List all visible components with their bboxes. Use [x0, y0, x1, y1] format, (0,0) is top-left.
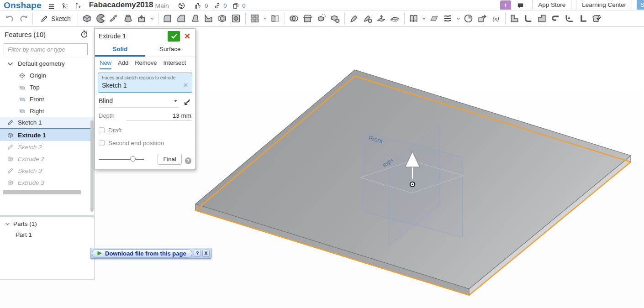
corner-icon[interactable] — [563, 12, 576, 26]
end-type-select[interactable]: Blind — [99, 97, 179, 108]
shell-icon[interactable] — [216, 12, 229, 26]
extract-surface-icon[interactable] — [388, 12, 402, 26]
final-button[interactable]: Final — [158, 154, 181, 165]
hamburger-menu-icon[interactable] — [47, 0, 56, 10]
chat-bubble-icon[interactable] — [516, 0, 525, 10]
download-file-button[interactable]: Download file from this page — [92, 249, 192, 258]
cancel-button[interactable] — [183, 32, 191, 40]
checkbox-unchecked[interactable] — [99, 127, 105, 133]
feature-row-extrude-3[interactable]: Extrude 3 — [0, 177, 94, 188]
chamfer-icon[interactable] — [174, 12, 188, 26]
feature-row-sketch-2[interactable]: Sketch 2 — [0, 141, 94, 153]
link-icon[interactable] — [212, 0, 222, 10]
rib-icon[interactable] — [202, 12, 216, 26]
bend-icon[interactable] — [522, 12, 535, 26]
feature-row-front[interactable]: Front — [0, 93, 94, 105]
hole-icon[interactable] — [229, 12, 243, 26]
extrude-arrow-stem[interactable] — [412, 166, 413, 179]
delete-face-icon[interactable] — [361, 12, 375, 26]
hem-icon[interactable] — [549, 12, 563, 26]
dialog-tab-solid[interactable]: Solid — [95, 43, 145, 57]
caret-icon[interactable] — [421, 12, 428, 26]
move-face-icon[interactable] — [347, 12, 361, 26]
boolean-mode-new[interactable]: New — [100, 59, 111, 69]
split-icon[interactable] — [301, 12, 315, 26]
help-icon[interactable]: ? — [185, 157, 191, 164]
timeline-icon[interactable] — [462, 12, 475, 26]
feature-row-origin[interactable]: Origin — [0, 69, 94, 81]
rollback-bar[interactable] — [3, 190, 81, 194]
transform-copy-icon[interactable] — [315, 12, 328, 26]
parts-section-header[interactable]: Parts (1) — [5, 220, 37, 227]
helix-icon[interactable] — [441, 12, 455, 26]
variable-icon[interactable]: (x) — [489, 12, 503, 26]
flip-direction-icon[interactable] — [182, 98, 191, 107]
chevron-icon[interactable] — [6, 60, 14, 68]
thicken-icon[interactable] — [135, 12, 149, 26]
selection-box[interactable]: Faces and sketch regions to extrude Sket… — [98, 73, 192, 93]
caret-icon[interactable] — [455, 12, 462, 26]
plane-icon[interactable] — [428, 12, 441, 26]
sketch-button[interactable]: Sketch — [35, 12, 75, 26]
download-close-button[interactable]: X — [202, 250, 210, 257]
boolean-mode-intersect[interactable]: Intersect — [164, 59, 186, 69]
download-help-button[interactable]: ? — [194, 250, 201, 257]
undo-icon[interactable] — [3, 12, 16, 26]
rollback-slider[interactable] — [99, 159, 144, 160]
dialog-tab-surface[interactable]: Surface — [145, 43, 195, 57]
import-export-icon[interactable] — [475, 12, 489, 26]
draft-icon[interactable] — [188, 12, 202, 26]
surface-tools-icon[interactable] — [407, 12, 421, 26]
checkbox-row-second-end-position[interactable]: Second end position — [99, 140, 191, 146]
checkbox-unchecked[interactable] — [99, 140, 105, 146]
checkbox-row-draft[interactable]: Draft — [99, 127, 191, 134]
feature-row-sketch-1[interactable]: Sketch 1 — [0, 117, 94, 129]
finish-sheet-metal-icon[interactable] — [590, 12, 604, 26]
feature-row-right[interactable]: Right — [0, 105, 94, 117]
sidebar-scrollbar[interactable] — [90, 120, 94, 212]
selection-value[interactable]: Sketch 1 — [102, 82, 188, 89]
accept-button[interactable] — [168, 31, 180, 42]
extrude-icon[interactable] — [80, 12, 94, 26]
workspace-name[interactable]: Main — [155, 2, 169, 10]
linear-pattern-icon[interactable] — [248, 12, 262, 26]
revolve-icon[interactable] — [94, 12, 108, 26]
caret-icon[interactable] — [262, 12, 269, 26]
flange-icon[interactable] — [576, 12, 590, 26]
boolean-mode-remove[interactable]: Remove — [135, 59, 157, 69]
redo-icon[interactable] — [16, 12, 30, 26]
feature-row-top[interactable]: Top — [0, 81, 94, 93]
depth-input[interactable]: 13 mm — [127, 112, 191, 121]
copies-icon[interactable] — [231, 0, 240, 10]
fillet-icon[interactable] — [161, 12, 174, 26]
filter-input[interactable] — [4, 43, 88, 55]
delete-part-icon[interactable] — [328, 12, 342, 26]
slider-handle[interactable] — [130, 156, 136, 162]
document-title[interactable]: Fabacademy2018 — [89, 0, 153, 10]
globe-icon[interactable] — [177, 0, 186, 10]
mirror-icon[interactable] — [269, 12, 282, 26]
boolean-mode-add[interactable]: Add — [118, 59, 128, 69]
feature-row-extrude-1[interactable]: Extrude 1 — [0, 129, 94, 141]
boolean-icon[interactable] — [287, 12, 301, 26]
versions-tree-icon[interactable] — [61, 0, 70, 10]
feature-row-extrude-2[interactable]: Extrude 2 — [0, 153, 94, 165]
learning-center-button[interactable]: Learning Center — [576, 0, 632, 10]
loft-icon[interactable] — [121, 12, 135, 26]
sweep-icon[interactable] — [108, 12, 121, 26]
feature-row-default-geometry[interactable]: Default geometry — [0, 57, 94, 69]
feature-row-sketch-3[interactable]: Sketch 3 — [0, 165, 94, 177]
clear-selection-icon[interactable]: ✕ — [183, 82, 188, 89]
tab-icon[interactable] — [535, 12, 549, 26]
share-button[interactable]: S — [637, 0, 644, 10]
panel-divider[interactable] — [0, 215, 95, 217]
stopwatch-icon[interactable] — [80, 30, 89, 38]
like-icon[interactable] — [194, 0, 203, 10]
user-avatar[interactable]: t — [500, 0, 511, 10]
caret-icon[interactable] — [149, 12, 156, 26]
replace-face-icon[interactable] — [375, 12, 388, 26]
sheet-metal-model-icon[interactable] — [508, 12, 522, 26]
app-store-button[interactable]: App Store — [532, 0, 571, 10]
follow-add-icon[interactable] — [74, 0, 83, 10]
onshape-logo[interactable]: Onshape — [4, 0, 42, 10]
